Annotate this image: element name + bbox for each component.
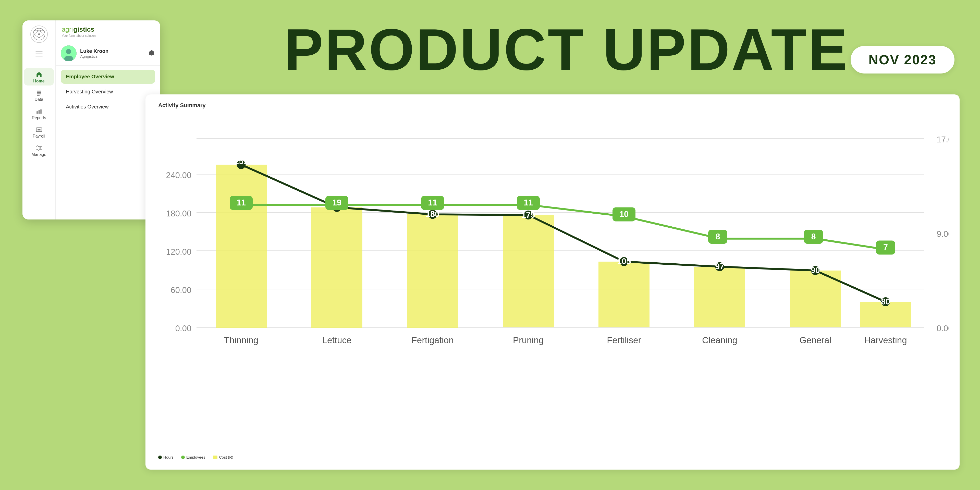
svg-rect-5 — [37, 92, 41, 93]
svg-text:240.00: 240.00 — [166, 171, 191, 180]
brand-row: agri gistics — [62, 25, 154, 33]
brand-tagline: Your farm labour solution — [62, 34, 154, 38]
user-company: Agrigistics — [80, 54, 145, 59]
svg-text:General: General — [800, 335, 832, 345]
svg-text:0.00: 0.00 — [175, 324, 191, 333]
svg-text:80: 80 — [881, 297, 890, 306]
svg-text:Thinning: Thinning — [224, 335, 258, 345]
sidebar-data-label: Data — [35, 97, 43, 102]
sidebar-payroll-label: Payroll — [33, 134, 45, 138]
date-badge: NOV 2023 — [851, 46, 955, 73]
svg-text:0.00: 0.00 — [937, 324, 950, 333]
sidebar-manage-label: Manage — [32, 152, 46, 157]
svg-text:11: 11 — [428, 198, 437, 207]
sidebar-item-home[interactable]: Home — [24, 68, 54, 86]
legend-employees: Employees — [181, 455, 205, 460]
svg-text:259: 259 — [234, 157, 248, 166]
legend-cost-rect — [213, 455, 218, 459]
svg-text:Fertiliser: Fertiliser — [607, 335, 641, 345]
svg-rect-10 — [40, 109, 41, 114]
svg-rect-9 — [38, 110, 39, 114]
svg-point-13 — [38, 129, 40, 130]
sidebar-home-label: Home — [33, 79, 45, 83]
legend-hours-label: Hours — [163, 455, 173, 460]
svg-text:Fertigation: Fertigation — [411, 335, 453, 345]
user-info: Luke Kroon Agrigistics — [80, 48, 145, 59]
chart-panel: Activity Summary 300.00 240.00 180.00 12… — [145, 94, 959, 469]
svg-text:11: 11 — [237, 198, 246, 207]
svg-text:180.00: 180.00 — [166, 209, 191, 218]
app-header: agri gistics Your farm labour solution — [56, 21, 160, 41]
svg-text:10: 10 — [619, 210, 628, 219]
sidebar-item-reports[interactable]: Reports — [24, 105, 54, 122]
sidebar-reports-label: Reports — [32, 116, 46, 120]
svg-text:7: 7 — [883, 243, 888, 252]
user-row: Luke Kroon Agrigistics — [56, 41, 160, 65]
svg-rect-6 — [37, 94, 41, 94]
svg-text:Lettuce: Lettuce — [322, 335, 352, 345]
svg-text:105: 105 — [617, 257, 631, 266]
svg-text:97: 97 — [715, 262, 724, 271]
bar-fertigation — [407, 215, 458, 328]
bell-icon[interactable] — [148, 49, 155, 57]
legend-hours: Hours — [158, 455, 173, 460]
menu-item-harvesting-overview[interactable]: Harvesting Overview — [61, 85, 155, 99]
product-update-title: PRODUCT UPDATE — [179, 21, 955, 79]
svg-rect-7 — [37, 95, 40, 96]
chart-area: 300.00 240.00 180.00 120.00 60.00 0.00 1… — [158, 113, 950, 452]
brand-agri: agri — [62, 25, 73, 33]
user-avatar — [61, 45, 76, 61]
svg-rect-4 — [37, 91, 41, 91]
activity-chart: 300.00 240.00 180.00 120.00 60.00 0.00 1… — [158, 113, 950, 452]
svg-text:60.00: 60.00 — [171, 286, 191, 295]
svg-point-17 — [37, 146, 38, 147]
chart-legend: Hours Employees Cost (R) — [158, 455, 950, 460]
chart-title: Activity Summary — [158, 102, 950, 109]
svg-text:90: 90 — [811, 266, 820, 275]
svg-text:Pruning: Pruning — [513, 335, 544, 345]
legend-employees-dot — [181, 455, 185, 459]
bar-pruning — [503, 215, 554, 328]
user-name: Luke Kroon — [80, 48, 145, 54]
svg-text:11: 11 — [524, 198, 533, 207]
product-update-section: PRODUCT UPDATE — [179, 21, 955, 79]
menu-item-employee-overview[interactable]: Employee Overview — [61, 70, 155, 84]
svg-text:8: 8 — [811, 232, 816, 241]
hamburger-menu[interactable] — [34, 50, 44, 58]
svg-text:8: 8 — [715, 232, 720, 241]
legend-hours-dot — [158, 455, 162, 459]
sidebar-item-payroll[interactable]: Payroll — [24, 123, 54, 141]
bar-thinning — [216, 165, 267, 328]
svg-text:9.00: 9.00 — [937, 229, 950, 239]
svg-text:19: 19 — [332, 198, 342, 207]
bar-cleaning — [694, 267, 745, 328]
sidebar-nav: Home Data Reports — [22, 68, 56, 159]
svg-text:120.00: 120.00 — [166, 247, 191, 256]
svg-text:Cleaning: Cleaning — [702, 335, 737, 345]
svg-point-18 — [40, 147, 41, 148]
svg-text:180: 180 — [426, 210, 439, 219]
svg-point-3 — [38, 33, 40, 35]
legend-cost-label: Cost (R) — [219, 455, 233, 460]
svg-text:179: 179 — [522, 210, 535, 220]
bar-lettuce — [311, 207, 363, 328]
main-panel: agri gistics Your farm labour solution L… — [56, 21, 160, 220]
svg-text:Harvesting: Harvesting — [864, 335, 907, 345]
sidebar: Home Data Reports — [22, 21, 56, 220]
svg-rect-8 — [37, 111, 38, 114]
svg-point-19 — [38, 149, 39, 150]
menu-item-activities-overview[interactable]: Activities Overview — [61, 100, 155, 114]
menu-list: Employee Overview Harvesting Overview Ac… — [56, 65, 160, 118]
brand-gistics: gistics — [73, 25, 94, 33]
bar-fertiliser — [598, 262, 649, 328]
legend-cost: Cost (R) — [213, 455, 233, 460]
svg-point-21 — [66, 49, 71, 54]
sidebar-item-data[interactable]: Data — [24, 86, 54, 104]
app-logo[interactable] — [30, 25, 48, 43]
app-window: Home Data Reports — [22, 21, 160, 220]
legend-employees-label: Employees — [186, 455, 205, 460]
sidebar-item-manage[interactable]: Manage — [24, 142, 54, 159]
svg-text:17.00: 17.00 — [937, 135, 950, 144]
